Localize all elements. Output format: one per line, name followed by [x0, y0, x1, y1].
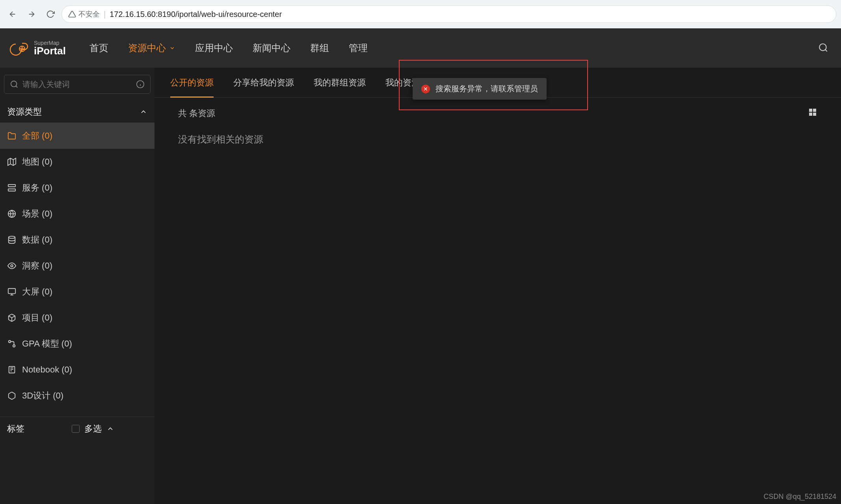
tab-1[interactable]: 分享给我的资源	[233, 68, 294, 97]
category-label: 全部 (0)	[22, 130, 52, 142]
category-label: 场景 (0)	[22, 208, 52, 220]
category-item-6[interactable]: 大屏 (0)	[0, 279, 154, 305]
nav-item-label: 群组	[310, 42, 329, 54]
svg-marker-10	[8, 158, 16, 165]
category-label: 数据 (0)	[22, 234, 52, 246]
main-content: 公开的资源分享给我的资源我的群组资源我的资源我的收藏 共 条资源 没有找到相关的…	[154, 68, 841, 504]
insecure-label: 不安全	[78, 9, 100, 19]
resource-type-header[interactable]: 资源类型	[0, 101, 154, 123]
nav-item-4[interactable]: 群组	[310, 42, 329, 54]
tags-title: 标签	[7, 423, 24, 435]
logo-icon	[8, 40, 30, 56]
tab-0[interactable]: 公开的资源	[170, 68, 214, 97]
nav-item-1[interactable]: 资源中心	[128, 42, 175, 54]
category-label: 3D设计 (0)	[22, 390, 63, 402]
folder-icon	[7, 131, 17, 141]
chevron-up-icon	[140, 108, 147, 116]
globe-icon	[7, 209, 17, 219]
browser-toolbar: 不安全 | 172.16.15.60:8190/iportal/web-ui/r…	[0, 0, 841, 28]
toast-message: 搜索服务异常，请联系管理员	[435, 83, 538, 94]
category-item-9[interactable]: Notebook (0)	[0, 357, 154, 383]
tags-multi-label: 多选	[84, 423, 102, 435]
category-item-0[interactable]: 全部 (0)	[0, 123, 154, 149]
category-label: 服务 (0)	[22, 182, 52, 194]
reload-button[interactable]	[43, 6, 58, 22]
category-label: 洞察 (0)	[22, 260, 52, 272]
back-button[interactable]	[5, 6, 20, 22]
category-label: 大屏 (0)	[22, 286, 52, 298]
category-label: Notebook (0)	[22, 365, 72, 375]
error-icon: ✕	[421, 85, 430, 93]
category-item-2[interactable]: 服务 (0)	[0, 175, 154, 201]
nav-item-label: 首页	[89, 42, 108, 54]
logo-maintext: iPortal	[34, 46, 66, 56]
svg-point-20	[11, 265, 13, 267]
svg-point-25	[9, 341, 11, 343]
svg-rect-31	[809, 109, 812, 112]
tags-header[interactable]: 标签 多选	[0, 417, 154, 441]
model-icon	[7, 339, 17, 348]
category-item-1[interactable]: 地图 (0)	[0, 149, 154, 175]
info-icon[interactable]	[136, 80, 145, 89]
tab-2[interactable]: 我的群组资源	[314, 68, 366, 97]
category-item-7[interactable]: 项目 (0)	[0, 305, 154, 331]
category-label: 地图 (0)	[22, 156, 52, 168]
data-icon	[7, 235, 17, 245]
svg-point-5	[11, 81, 17, 87]
url-text: 172.16.15.60:8190/iportal/web-ui/resourc…	[110, 10, 282, 19]
nav-item-2[interactable]: 应用中心	[195, 42, 233, 54]
resource-type-title: 资源类型	[7, 106, 42, 118]
category-item-10[interactable]: 3D设计 (0)	[0, 383, 154, 409]
category-item-5[interactable]: 洞察 (0)	[0, 253, 154, 279]
chevron-up-icon	[106, 425, 114, 433]
svg-point-3	[819, 44, 826, 50]
nav-item-3[interactable]: 新闻中心	[253, 42, 290, 54]
nav-item-0[interactable]: 首页	[89, 42, 108, 54]
nav-item-label: 资源中心	[128, 42, 166, 54]
category-label: GPA 模型 (0)	[22, 338, 72, 350]
screen-icon	[7, 287, 17, 296]
forward-button[interactable]	[24, 6, 39, 22]
search-icon[interactable]	[818, 43, 829, 54]
svg-rect-14	[8, 189, 15, 191]
category-item-3[interactable]: 场景 (0)	[0, 201, 154, 227]
sidebar-search-input[interactable]	[22, 80, 132, 89]
cube-icon	[7, 313, 17, 322]
resource-count-text: 共 条资源	[178, 107, 215, 119]
category-item-8[interactable]: GPA 模型 (0)	[0, 331, 154, 357]
logo[interactable]: SuperMap iPortal	[8, 40, 66, 56]
watermark: CSDN @qq_52181524	[764, 493, 836, 501]
top-navigation: SuperMap iPortal 首页资源中心应用中心新闻中心群组管理	[0, 28, 841, 68]
map-icon	[7, 157, 17, 167]
empty-state-text: 没有找到相关的资源	[154, 129, 841, 150]
svg-rect-34	[813, 113, 816, 116]
notebook-icon	[7, 365, 17, 374]
category-item-4[interactable]: 数据 (0)	[0, 227, 154, 253]
nav-item-label: 新闻中心	[253, 42, 290, 54]
svg-point-19	[9, 236, 15, 239]
hex-icon	[7, 391, 17, 400]
eye-icon	[7, 261, 17, 271]
server-icon	[7, 183, 17, 193]
tags-multi-checkbox[interactable]	[72, 425, 80, 433]
svg-rect-32	[813, 109, 816, 112]
category-label: 项目 (0)	[22, 312, 52, 324]
sidebar: 资源类型 全部 (0)地图 (0)服务 (0)场景 (0)数据 (0)洞察 (0…	[0, 68, 154, 504]
nav-item-label: 应用中心	[195, 42, 233, 54]
nav-item-5[interactable]: 管理	[349, 42, 368, 54]
error-toast: ✕ 搜索服务异常，请联系管理员	[413, 78, 547, 100]
search-icon	[10, 80, 19, 89]
svg-rect-33	[809, 113, 812, 116]
svg-rect-13	[8, 185, 15, 187]
nav-item-label: 管理	[349, 42, 368, 54]
address-bar[interactable]: 不安全 | 172.16.15.60:8190/iportal/web-ui/r…	[61, 6, 836, 23]
chevron-down-icon	[169, 45, 175, 51]
svg-line-6	[16, 86, 17, 87]
svg-rect-21	[8, 289, 15, 294]
svg-line-4	[825, 50, 827, 52]
svg-point-26	[13, 345, 15, 347]
grid-view-toggle[interactable]	[808, 107, 817, 119]
insecure-warning-icon: 不安全	[68, 9, 100, 19]
sidebar-search[interactable]	[4, 75, 151, 94]
